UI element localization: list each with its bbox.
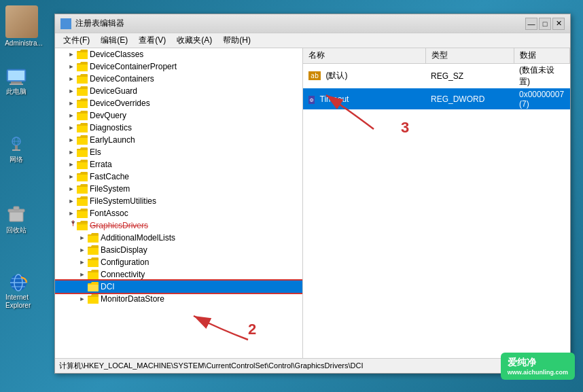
tree-item-MonitorDataStore[interactable]: ► MonitorDataStore — [55, 293, 302, 305]
ie-label: InternetExplorer — [5, 293, 31, 310]
menu-bar: 文件(F) 编辑(E) 查看(V) 收藏夹(A) 帮助(H) — [55, 33, 570, 48]
tree-label: FileSystem — [90, 184, 130, 194]
close-button[interactable]: ✕ — [552, 18, 565, 30]
col-name: 名称 — [303, 48, 425, 63]
tree-item-Els[interactable]: ► Els — [55, 146, 302, 158]
ab-icon: ab — [308, 71, 321, 80]
tree-item-AdditionalModelLists[interactable]: ► AdditionalModelLists — [55, 232, 302, 244]
folder-icon — [88, 270, 99, 279]
tree-arrow: ► — [66, 147, 77, 158]
tree-item-DCI[interactable]: DCI — [55, 281, 302, 293]
table-row-default[interactable]: ab (默认) REG_SZ (数值未设置) — [303, 63, 570, 88]
cell-data: 0x00000007 (7) — [514, 88, 570, 109]
desktop-icon-ie[interactable]: InternetExplorer — [5, 272, 31, 310]
tree-label-DCI: DCI — [101, 282, 115, 291]
maximize-button[interactable]: □ — [539, 18, 551, 30]
tree-item-EarlyLaunch[interactable]: ► EarlyLaunch — [55, 134, 302, 146]
tree-item-Diagnostics[interactable]: ► Diagnostics — [55, 122, 302, 134]
svg-rect-1 — [11, 82, 22, 84]
cell-type: REG_DWORD — [425, 88, 514, 109]
values-table: 名称 类型 数据 ab (默认) REG_SZ (数值未设置) — [303, 48, 570, 110]
tree-label: DevQuery — [90, 111, 126, 120]
menu-file[interactable]: 文件(F) — [58, 33, 95, 48]
dword-icon: ⚙ — [308, 96, 315, 104]
svg-rect-2 — [10, 84, 23, 85]
tree-arrow — [77, 281, 88, 292]
tree-item-BasicDisplay[interactable]: ► BasicDisplay — [55, 244, 302, 256]
tree-arrow: ► — [66, 196, 77, 207]
folder-icon — [77, 160, 88, 169]
value-timeout-name: Timeout — [320, 94, 349, 104]
tree-item-Configuration[interactable]: ► Configuration — [55, 256, 302, 268]
tree-label: Diagnostics — [90, 123, 132, 132]
tree-item-Connectivity[interactable]: ► Connectivity — [55, 268, 302, 281]
folder-icon — [77, 99, 88, 108]
cell-data: (数值未设置) — [514, 63, 570, 88]
tree-item-Errata[interactable]: ► Errata — [55, 158, 302, 171]
tree-item-GraphicsDrivers[interactable]: ► GraphicsDrivers — [55, 219, 302, 232]
tree-label: DeviceClasses — [90, 50, 143, 59]
folder-icon — [77, 184, 88, 194]
menu-edit[interactable]: 编辑(E) — [95, 33, 133, 48]
tree-arrow: ► — [66, 183, 77, 194]
tree-label: FontAssoc — [90, 209, 128, 218]
tree-arrow: ► — [66, 61, 77, 72]
minimize-button[interactable]: — — [525, 18, 537, 30]
tree-item-DeviceGuard[interactable]: ► DeviceGuard — [55, 85, 302, 97]
values-panel: 名称 类型 数据 ab (默认) REG_SZ (数值未设置) — [303, 48, 570, 358]
tree-arrow: ► — [66, 98, 77, 109]
tree-arrow: ► — [66, 49, 77, 60]
tree-arrow: ► — [66, 171, 77, 182]
folder-icon — [77, 74, 88, 84]
desktop-icon-recycle[interactable]: 回收站 — [5, 204, 27, 235]
svg-rect-19 — [62, 24, 65, 28]
tree-item-DeviceContainers[interactable]: ► DeviceContainers — [55, 73, 302, 85]
tree-arrow: ► — [66, 135, 77, 145]
ie-icon — [7, 272, 29, 293]
tree-arrow: ► — [66, 122, 77, 133]
tree-item-DeviceOverrides[interactable]: ► DeviceOverrides — [55, 97, 302, 109]
tree-item-FontAssoc[interactable]: ► FontAssoc — [55, 207, 302, 219]
tree-arrow: ► — [66, 73, 77, 84]
tree-label: Connectivity — [101, 270, 145, 279]
tree-label: DeviceContainers — [90, 74, 154, 84]
menu-view[interactable]: 查看(V) — [133, 33, 171, 48]
tree-arrow: ► — [66, 86, 77, 96]
tree-item-FileSystem[interactable]: ► FileSystem — [55, 183, 302, 195]
tree-item-FastCache[interactable]: ► FastCache — [55, 171, 302, 183]
folder-icon — [88, 294, 99, 304]
tree-label: Configuration — [101, 257, 149, 267]
svg-rect-17 — [62, 20, 65, 23]
tree-item-DevQuery[interactable]: ► DevQuery — [55, 109, 302, 122]
tree-arrow: ► — [77, 257, 88, 268]
svg-rect-7 — [15, 145, 18, 149]
desktop-icon-computer[interactable]: 此电脑 — [5, 68, 27, 96]
svg-rect-8 — [12, 149, 20, 151]
folder-icon — [77, 147, 88, 157]
username-label: Administra... — [3, 39, 44, 47]
folder-icon — [77, 209, 88, 218]
tree-item-DeviceClasses[interactable]: ► DeviceClasses — [55, 48, 302, 60]
menu-favorites[interactable]: 收藏夹(A) — [171, 33, 217, 48]
tree-label: Errata — [90, 160, 112, 169]
desktop: Administra... 此电脑 网络 — [0, 0, 583, 392]
tree-label: DeviceContainerPropert — [90, 62, 177, 71]
folder-icon — [77, 172, 88, 181]
folder-selected-icon — [88, 282, 99, 291]
recycle-label: 回收站 — [6, 226, 26, 235]
value-default-name: (默认) — [325, 71, 347, 80]
cell-type: REG_SZ — [425, 63, 514, 88]
tree-arrow-expanded: ► — [66, 220, 77, 231]
network-label: 网络 — [10, 155, 23, 164]
tree-arrow: ► — [77, 232, 88, 243]
table-row-timeout[interactable]: ⚙ Timeout REG_DWORD 0x00000007 (7) — [303, 88, 570, 109]
tree-item-DeviceContainerProp[interactable]: ► DeviceContainerPropert — [55, 60, 302, 73]
menu-help[interactable]: 帮助(H) — [217, 33, 256, 48]
desktop-icon-network[interactable]: 网络 — [5, 136, 27, 164]
tree-arrow: ► — [66, 110, 77, 121]
cell-name: ⚙ Timeout — [303, 88, 425, 109]
tree-label: FastCache — [90, 172, 129, 181]
cell-name: ab (默认) — [303, 63, 425, 88]
tree-item-FileSystemUtilities[interactable]: ► FileSystemUtilities — [55, 195, 302, 207]
tree-label: AdditionalModelLists — [101, 233, 175, 243]
